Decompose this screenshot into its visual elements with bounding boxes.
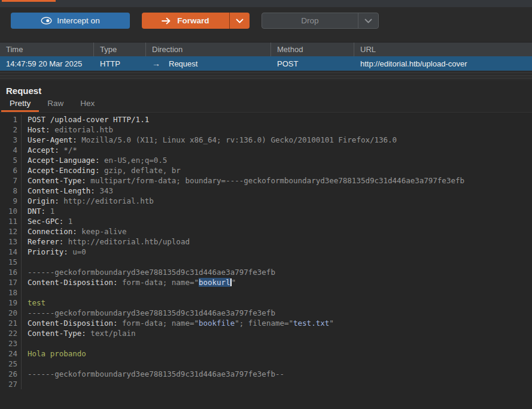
forward-button-label: Forward <box>177 16 209 25</box>
cell-url: http://editorial.htb/upload-cover <box>354 56 532 71</box>
code-line[interactable]: 17Content-Disposition: form-data; name="… <box>0 277 532 287</box>
code-text: DNT: 1 <box>22 206 54 216</box>
drop-button-label: Drop <box>301 16 318 25</box>
code-segment-value: ------geckoformboundaryd3ee788135d9c31d4… <box>28 268 275 277</box>
code-segment-value: u=0 <box>68 247 86 256</box>
code-line[interactable]: 15 <box>0 257 532 267</box>
horizontal-splitter[interactable] <box>0 71 532 80</box>
code-line[interactable]: 20------geckoformboundaryd3ee788135d9c31… <box>0 308 532 318</box>
code-line[interactable]: 25 <box>0 359 532 369</box>
line-number: 26 <box>0 369 22 379</box>
code-text: test <box>22 298 45 308</box>
drop-dropdown-button[interactable] <box>358 13 378 28</box>
line-number: 9 <box>0 196 22 206</box>
forward-dropdown-button[interactable] <box>229 13 250 29</box>
panel-title: Request <box>6 86 41 96</box>
code-text: POST /upload-cover HTTP/1.1 <box>22 114 149 125</box>
code-line[interactable]: 1POST /upload-cover HTTP/1.1 <box>0 114 532 125</box>
code-line[interactable]: 21Content-Disposition: form-data; name="… <box>0 318 532 328</box>
code-segment-value: */* <box>59 146 77 154</box>
code-line[interactable]: 8Content-Length: 343 <box>0 186 532 196</box>
code-line[interactable]: 2Host: editorial.htb <box>0 125 532 135</box>
code-segment-value: gzip, deflate, br <box>99 166 180 175</box>
line-number: 5 <box>0 155 22 165</box>
active-tab-accent <box>2 0 56 2</box>
code-segment-value: "; filename=" <box>235 319 293 328</box>
column-header-type[interactable]: Type <box>94 43 146 56</box>
line-number: 14 <box>0 247 22 257</box>
code-text: Sec-GPC: 1 <box>22 216 72 226</box>
direction-label: Request <box>169 59 197 68</box>
column-header-time[interactable]: Time <box>0 43 94 56</box>
tab-raw[interactable]: Raw <box>39 96 72 112</box>
intercept-toolbar: Intercept on Forward Drop <box>0 7 532 42</box>
cell-direction: → Request <box>146 56 271 71</box>
intercept-toggle-icon <box>41 17 52 25</box>
code-segment-name: Sec-GPC: <box>28 217 63 226</box>
line-number: 20 <box>0 308 22 318</box>
code-line[interactable]: 5Accept-Language: en-US,en;q=0.5 <box>0 155 532 165</box>
code-line[interactable]: 27 <box>0 379 532 389</box>
code-text: Connection: keep-alive <box>22 226 127 237</box>
code-segment-name: Referer: <box>28 237 63 246</box>
intercept-toggle-button[interactable]: Intercept on <box>11 13 130 29</box>
code-text: Hola probando <box>22 349 86 359</box>
code-text: Content-Disposition: form-data; name="bo… <box>22 318 334 328</box>
code-segment-string: bookfile <box>199 319 235 328</box>
code-text: ------geckoformboundaryd3ee788135d9c31d4… <box>22 369 284 379</box>
code-text <box>22 359 28 369</box>
code-line[interactable]: 4Accept: */* <box>0 145 532 155</box>
code-segment-name: DNT: <box>28 207 45 216</box>
code-line[interactable]: 14Priority: u=0 <box>0 247 532 257</box>
code-line[interactable]: 10DNT: 1 <box>0 206 532 216</box>
code-segment-value: 1 <box>63 217 72 226</box>
column-header-method[interactable]: Method <box>271 43 354 56</box>
column-header-direction[interactable]: Direction <box>146 43 271 56</box>
line-number: 19 <box>0 298 22 308</box>
code-line[interactable]: 7Content-Type: multipart/form-data; boun… <box>0 175 532 186</box>
direction-arrow-icon: → <box>152 59 160 68</box>
code-text <box>22 338 28 349</box>
line-number: 23 <box>0 338 22 349</box>
table-row[interactable]: 14:47:59 20 Mar 2025 HTTP → Request POST… <box>0 56 532 71</box>
forward-arrow-icon <box>162 17 171 25</box>
code-text <box>22 379 28 389</box>
line-number: 21 <box>0 318 22 328</box>
line-number: 2 <box>0 125 22 135</box>
intercept-message-table: Time Type Direction Method URL 14:47:59 … <box>0 42 532 71</box>
drop-split-button: Drop <box>262 13 379 29</box>
code-line[interactable]: 24Hola probando <box>0 349 532 359</box>
code-segment-value: Mozilla/5.0 (X11; Linux x86_64; rv:136.0… <box>77 135 397 144</box>
drop-button[interactable]: Drop <box>262 13 358 28</box>
request-editor[interactable]: 1POST /upload-cover HTTP/1.12Host: edito… <box>0 113 532 409</box>
code-line[interactable]: 6Accept-Encoding: gzip, deflate, br <box>0 165 532 175</box>
code-line[interactable]: 19test <box>0 298 532 308</box>
code-segment-name: Content-Length: <box>28 186 95 195</box>
code-text: ------geckoformboundaryd3ee788135d9c31d4… <box>22 308 275 318</box>
code-line[interactable]: 3User-Agent: Mozilla/5.0 (X11; Linux x86… <box>0 135 532 145</box>
tab-hex[interactable]: Hex <box>72 96 103 112</box>
code-line[interactable]: 11Sec-GPC: 1 <box>0 216 532 226</box>
line-number: 4 <box>0 145 22 155</box>
code-line[interactable]: 9Origin: http://editorial.htb <box>0 196 532 206</box>
code-segment-value: " <box>232 278 236 287</box>
code-line[interactable]: 13Referer: http://editorial.htb/upload <box>0 237 532 247</box>
code-segment-value: multipart/form-data; boundary=----geckof… <box>86 176 464 185</box>
code-line[interactable]: 23 <box>0 338 532 349</box>
column-header-url[interactable]: URL <box>354 43 532 56</box>
code-segment-value: keep-alive <box>77 227 127 236</box>
code-line[interactable]: 26------geckoformboundaryd3ee788135d9c31… <box>0 369 532 379</box>
line-number: 13 <box>0 237 22 247</box>
code-line[interactable]: 16------geckoformboundaryd3ee788135d9c31… <box>0 267 532 277</box>
splitter-ridge <box>0 78 532 78</box>
code-segment-name: Host: <box>28 125 50 134</box>
tab-pretty[interactable]: Pretty <box>1 96 39 112</box>
code-line[interactable]: 18 <box>0 287 532 298</box>
code-segment-value: text/plain <box>86 329 136 338</box>
code-line[interactable]: 22Content-Type: text/plain <box>0 328 532 338</box>
code-text: Accept-Language: en-US,en;q=0.5 <box>22 155 167 165</box>
forward-button[interactable]: Forward <box>142 13 229 29</box>
code-line[interactable]: 12Connection: keep-alive <box>0 226 532 237</box>
code-segment-string: test.txt <box>293 319 329 328</box>
code-segment-name: Content-Type: <box>28 329 86 338</box>
